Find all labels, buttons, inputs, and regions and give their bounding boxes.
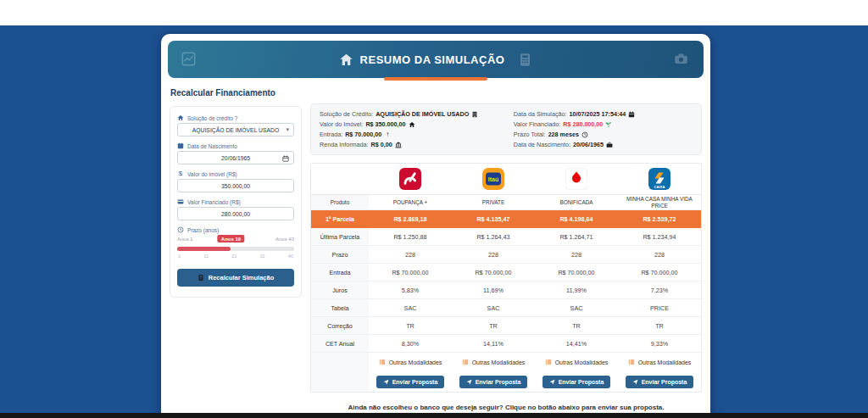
summary-line: Data de Nascimento:20/06/1965 <box>514 141 635 148</box>
outras-modalidades-link[interactable]: Outras Modalidades <box>545 359 609 365</box>
list-icon <box>545 359 552 365</box>
outras-modalidades-cell: Outras Modalidades <box>369 353 452 371</box>
outras-modalidades-link[interactable]: Outras Modalidades <box>379 359 442 365</box>
row-label-cell <box>311 371 369 392</box>
value-cell: 11,99% <box>535 281 618 299</box>
outras-modalidades-label: Outras Modalidades <box>555 359 609 365</box>
summary-value: R$ 0,00 <box>371 141 392 148</box>
product-name-cell: BONIFICADA <box>535 195 618 210</box>
prazo-slider[interactable] <box>177 247 294 251</box>
enviar-proposta-button[interactable]: Enviar Proposta <box>542 376 611 388</box>
enviar-proposta-cell: Enviar Proposta <box>452 371 535 392</box>
prazo-slider-fill <box>177 247 231 251</box>
clock-icon <box>177 226 184 233</box>
enviar-proposta-button[interactable]: Enviar Proposta <box>626 376 694 388</box>
summary-line: Renda Informada:R$ 0,00 <box>320 141 514 148</box>
value-cell: 9,33% <box>618 335 701 353</box>
send-icon <box>549 379 555 385</box>
row-label-cell: Última Parcela <box>311 228 369 246</box>
enviar-proposta-label: Enviar Proposta <box>559 379 604 385</box>
summary-label: Prazo Total: <box>514 131 546 138</box>
enviar-proposta-cell: Enviar Proposta <box>535 371 618 392</box>
sidebar-title: Recalcular Financiamento <box>170 88 302 98</box>
value-cell: TR <box>618 317 701 335</box>
santander-logo <box>535 164 618 195</box>
send-icon <box>383 379 389 385</box>
tab-resumo-simulacao[interactable]: RESUMO DA SIMULAÇÃO <box>339 53 533 67</box>
calculator-icon[interactable] <box>518 53 532 67</box>
value-cell: R$ 1.234,94 <box>618 228 701 246</box>
value-cell: R$ 1.250,88 <box>369 228 452 246</box>
value-cell: PRICE <box>618 299 701 317</box>
summary-line: Solução de Crédito:AQUISIÇÃO DE IMÓVEL U… <box>320 110 514 118</box>
enviar-proposta-button[interactable]: Enviar Proposta <box>376 376 445 388</box>
dollar-icon: $ <box>177 170 184 177</box>
summary-label: Data da Simulação: <box>514 110 567 118</box>
prazo-value-badge[interactable]: Anos 19 <box>218 235 244 242</box>
value-cell: SAC <box>535 299 618 317</box>
bradesco-logo <box>369 164 452 195</box>
bank-icon <box>395 142 402 148</box>
send-icon <box>466 379 472 385</box>
row-label-cell: Correção <box>311 317 369 335</box>
enviar-proposta-button[interactable]: Enviar Proposta <box>459 376 528 388</box>
value-cell: 7,23% <box>618 281 701 299</box>
enviar-proposta-cell: Enviar Proposta <box>618 371 701 392</box>
value-cell: R$ 4.198,64 <box>535 210 618 228</box>
slider-tick: 21 <box>231 254 236 259</box>
summary-value: 228 meses <box>548 131 579 138</box>
nascimento-input[interactable]: 20/06/1965 <box>177 151 294 164</box>
outras-modalidades-link[interactable]: Outras Modalidades <box>628 359 692 365</box>
active-tab-indicator <box>384 77 487 81</box>
summary-line: Prazo Total:228 meses <box>514 131 635 138</box>
recalc-form: Solução de crédito ? AQUISIÇÃO DE IMÓVEL… <box>170 106 302 298</box>
product-name-cell: MINHA CASA MINHA VIDA PRICE <box>618 195 701 210</box>
valor-imovel-input[interactable] <box>177 179 294 192</box>
recalcular-simulacao-button[interactable]: Recalcular Simulação <box>177 269 294 287</box>
value-cell: R$ 2.869,18 <box>369 210 452 228</box>
summary-value: AQUISIÇÃO DE IMÓVEL USADO <box>376 110 469 118</box>
summary-value: 20/06/1965 <box>573 141 604 148</box>
calendar-picker-icon[interactable] <box>282 155 289 162</box>
simulation-summary: Solução de Crédito:AQUISIÇÃO DE IMÓVEL U… <box>310 103 702 155</box>
value-cell: R$ 70.000,00 <box>452 264 535 281</box>
value-cell: 228 <box>535 246 618 264</box>
slider-tick: 31 <box>260 254 265 259</box>
list-icon <box>379 359 386 365</box>
outras-modalidades-cell: Outras Modalidades <box>618 353 701 371</box>
camera-icon[interactable] <box>674 52 688 66</box>
enviar-proposta-cell: Enviar Proposta <box>369 371 452 392</box>
calculator-icon <box>198 275 204 281</box>
value-cell: 11,69% <box>452 281 535 299</box>
value-cell: TR <box>369 317 452 335</box>
outras-modalidades-cell: Outras Modalidades <box>535 353 618 371</box>
row-label-cell: CET Anual <box>311 335 369 353</box>
building-icon <box>471 111 478 118</box>
outras-modalidades-link[interactable]: Outras Modalidades <box>462 359 526 365</box>
seedling-icon <box>605 121 612 128</box>
summary-line: Valor do Imóvel:R$ 350.000,00 <box>320 120 514 128</box>
value-cell: 228 <box>452 246 535 264</box>
outras-modalidades-label: Outras Modalidades <box>638 359 692 365</box>
slider-tick: 11 <box>203 254 209 259</box>
enviar-proposta-label: Enviar Proposta <box>642 379 687 385</box>
summary-label: Data de Nascimento: <box>514 141 570 148</box>
outras-modalidades-cell: Outras Modalidades <box>452 353 535 371</box>
screen-bottom-strip <box>0 413 868 418</box>
briefcase-icon <box>606 142 613 148</box>
value-cell: 14,41% <box>535 335 618 353</box>
value-cell: 8,30% <box>369 335 452 353</box>
home-icon <box>177 114 184 121</box>
solucao-select[interactable]: AQUISIÇÃO DE IMÓVEL USADO <box>177 123 294 137</box>
value-cell: R$ 1.264,43 <box>452 228 535 246</box>
chart-line-icon[interactable] <box>181 52 196 66</box>
value-cell: R$ 70.000,00 <box>618 264 701 281</box>
itau-logo: Itaú <box>452 164 535 195</box>
value-cell: R$ 70.000,00 <box>535 264 618 281</box>
valor-financiado-input[interactable] <box>177 207 294 220</box>
caixa-logo: CAIXA <box>618 164 701 195</box>
summary-label: Renda Informada: <box>320 141 369 148</box>
prazo-max-label: Anos 40 <box>275 237 294 242</box>
simulation-card: RESUMO DA SIMULAÇÃO Recalcular Financiam… <box>161 34 710 418</box>
row-label-cell: Prazo <box>311 246 369 264</box>
